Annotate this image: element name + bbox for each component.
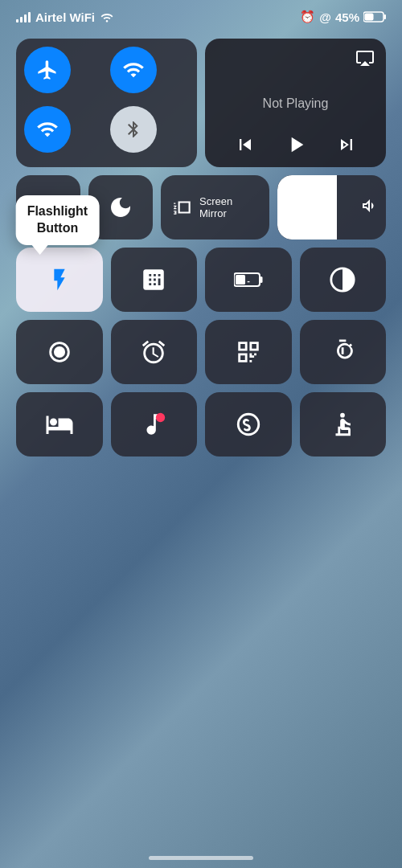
bed-icon [45,410,74,439]
music-recognition-button[interactable] [111,392,198,457]
svg-point-12 [340,413,345,418]
svg-point-10 [156,413,165,422]
control-center: Not Playing [0,31,402,481]
screen-record-icon [46,338,73,366]
screen-mirror-label: Screen Mirror [199,195,258,219]
svg-rect-5 [236,275,245,285]
alarm-icon [140,338,167,366]
timer-button[interactable] [300,320,387,384]
svg-rect-4 [260,276,262,283]
play-button[interactable] [283,132,309,158]
grayscale-button[interactable] [300,248,387,312]
svg-text:-: - [247,276,250,285]
status-bar: Airtel WiFi ⏰ @ 45% [0,0,402,31]
qr-code-icon [235,338,262,366]
not-playing-label: Not Playing [216,76,375,132]
bluetooth-button[interactable] [110,106,157,153]
music-tile[interactable]: Not Playing [205,39,386,167]
screen-mirror-icon [172,196,193,219]
svg-point-9 [54,346,65,358]
svg-point-11 [238,414,259,435]
wifi-button[interactable] [24,106,71,153]
shazam-button[interactable] [205,392,292,457]
alarm-button[interactable] [111,320,198,384]
qr-scanner-button[interactable] [205,320,292,384]
screen-record-button[interactable] [16,320,103,384]
status-left: Airtel WiFi [16,10,114,24]
svg-rect-2 [365,14,374,21]
carrier-name: Airtel WiFi [35,10,95,24]
status-right: ⏰ @ 45% [300,10,386,24]
home-indicator[interactable] [149,856,253,860]
alarm-icon: ⏰ [300,10,315,24]
accessibility-button[interactable] [300,392,387,457]
grayscale-icon [329,266,356,293]
shazam-icon [235,411,262,438]
volume-icon [359,196,378,215]
do-not-disturb-button[interactable] [88,175,153,240]
battery-mode-icon: - [234,272,263,288]
calculator-button[interactable] [111,248,198,312]
rewind-button[interactable] [234,133,256,156]
screen-mirror-button[interactable]: Screen Mirror [161,175,269,240]
accessibility-icon [329,411,356,438]
sleep-mode-button[interactable] [16,392,103,457]
flashlight-icon [47,267,72,293]
orientation-icon: @ [319,10,331,24]
volume-slider[interactable] [277,175,386,240]
signal-bars-icon [16,11,31,23]
battery-icon [363,11,386,23]
fast-forward-button[interactable] [335,133,358,156]
calculator-icon [140,266,167,293]
music-recognition-icon [140,411,167,438]
flashlight-button[interactable]: FlashlightButton [16,248,103,312]
rotation-lock-button[interactable] [16,175,80,240]
battery-percentage: 45% [335,10,359,24]
svg-rect-1 [384,14,387,19]
low-power-mode-button[interactable]: - [205,248,292,312]
cellular-data-button[interactable] [110,47,157,93]
wifi-status-icon [100,11,114,23]
timer-icon [329,338,356,366]
airplay-icon[interactable] [355,48,375,68]
airplane-mode-button[interactable] [24,47,71,93]
connectivity-tile [16,39,197,167]
